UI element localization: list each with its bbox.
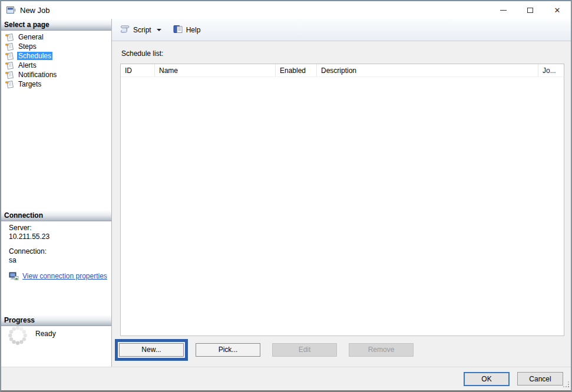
sidebar-item-label: Steps <box>17 42 38 51</box>
main-pane: Script Help <box>112 19 571 367</box>
sidebar-item-steps[interactable]: Steps <box>2 42 110 51</box>
column-header-name[interactable]: Name <box>155 64 276 77</box>
schedule-list-body[interactable] <box>121 77 564 335</box>
sidebar-item-label: General <box>17 33 45 41</box>
connection-value: sa <box>9 256 109 265</box>
select-a-page-header: Select a page <box>1 20 111 31</box>
page-nav: General Steps Schedules Alerts Notificat… <box>2 32 110 89</box>
progress-status-text: Ready <box>35 330 56 348</box>
pick-schedule-button[interactable]: Pick... <box>196 343 260 357</box>
property-page-icon <box>5 80 14 88</box>
column-header-id[interactable]: ID <box>121 64 155 77</box>
new-job-window-icon <box>6 6 16 15</box>
sidebar: Select a page General Steps Schedules Al… <box>1 19 112 367</box>
property-page-icon <box>5 42 14 51</box>
minimize-button[interactable] <box>490 1 517 19</box>
new-job-dialog: New Job ✕ Select a page General Steps <box>0 0 572 392</box>
close-button[interactable]: ✕ <box>544 1 571 19</box>
dialog-body: Select a page General Steps Schedules Al… <box>1 19 571 367</box>
help-book-icon <box>173 25 183 35</box>
title-bar: New Job ✕ <box>1 1 571 19</box>
progress-status-area: Ready <box>7 325 56 348</box>
window-controls: ✕ <box>490 1 571 19</box>
script-scroll-icon <box>119 25 130 35</box>
sidebar-item-notifications[interactable]: Notifications <box>2 70 110 79</box>
sidebar-item-schedules[interactable]: Schedules <box>2 51 110 61</box>
help-button-label: Help <box>186 26 201 34</box>
connection-properties-icon <box>9 272 19 281</box>
server-value: 10.211.55.23 <box>9 232 109 241</box>
schedule-list-table[interactable]: ID Name Enabled Description Jo... <box>120 64 564 336</box>
view-connection-properties-link: View connection properties <box>22 272 107 281</box>
schedules-page-content: Schedule list: ID Name Enabled Descripti… <box>112 41 571 367</box>
new-schedule-button[interactable]: New... <box>119 343 184 357</box>
window-title: New Job <box>20 6 50 15</box>
maximize-button[interactable] <box>517 1 544 19</box>
column-header-description[interactable]: Description <box>317 64 538 77</box>
dialog-footer: OK Cancel <box>1 367 571 390</box>
connection-header: Connection <box>1 211 111 221</box>
sidebar-item-targets[interactable]: Targets <box>2 79 110 89</box>
view-connection-properties[interactable]: View connection properties <box>9 272 109 281</box>
property-page-icon <box>5 52 14 60</box>
property-page-icon <box>5 71 14 79</box>
help-button[interactable]: Help <box>170 22 204 38</box>
schedule-list-label: Schedule list: <box>121 49 564 58</box>
connection-label: Connection: <box>9 247 109 256</box>
chevron-down-icon <box>157 29 161 31</box>
maximize-icon <box>527 8 533 13</box>
sidebar-item-label: Notifications <box>17 71 58 79</box>
property-page-icon <box>5 61 14 69</box>
toolbar: Script Help <box>112 19 571 41</box>
sidebar-item-label: Targets <box>17 80 42 88</box>
connection-info: Server: 10.211.55.23 Connection: sa <box>9 224 109 281</box>
progress-spinner-icon <box>7 325 28 348</box>
resize-grip-icon[interactable] <box>563 381 570 390</box>
sidebar-item-alerts[interactable]: Alerts <box>2 61 110 70</box>
property-page-icon <box>5 33 14 41</box>
ok-button[interactable]: OK <box>464 372 510 386</box>
annotation-highlight-box: New... <box>115 339 188 361</box>
server-label: Server: <box>9 224 109 232</box>
cancel-button[interactable]: Cancel <box>517 372 563 386</box>
edit-schedule-button[interactable]: Edit <box>272 343 337 357</box>
script-button-label: Script <box>133 26 151 34</box>
sidebar-item-label: Alerts <box>17 61 38 69</box>
close-icon: ✕ <box>554 6 561 15</box>
schedule-list-header-row: ID Name Enabled Description Jo... <box>121 64 564 77</box>
minimize-icon <box>500 10 507 11</box>
column-header-enabled[interactable]: Enabled <box>276 64 317 77</box>
script-button[interactable]: Script <box>116 22 167 38</box>
remove-schedule-button[interactable]: Remove <box>349 343 414 357</box>
sidebar-item-general[interactable]: General <box>2 32 110 42</box>
sidebar-item-label: Schedules <box>17 52 52 60</box>
column-header-jobs[interactable]: Jo... <box>538 64 564 77</box>
schedule-buttons-row: New... Pick... Edit Remove <box>120 338 564 361</box>
